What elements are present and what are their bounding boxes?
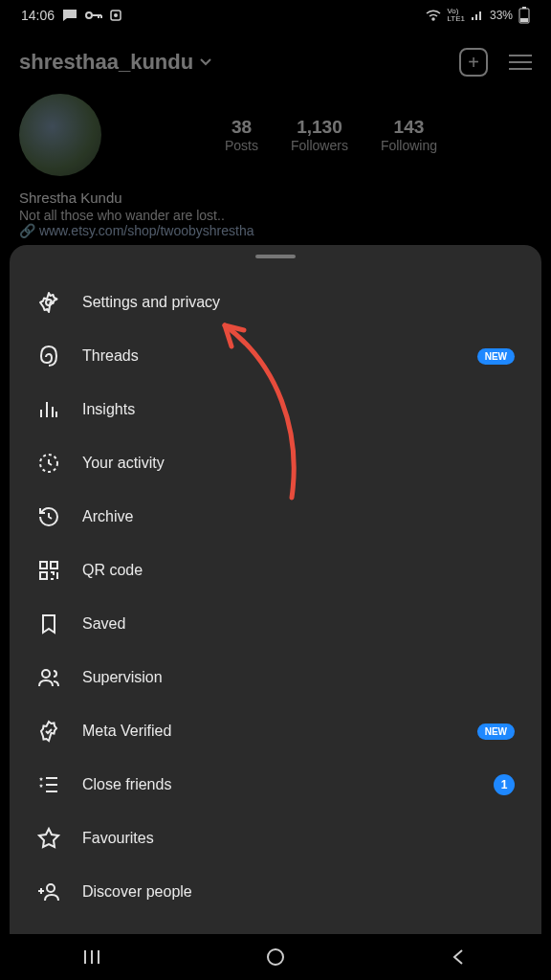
key-icon xyxy=(85,11,102,20)
menu-label: Threads xyxy=(82,347,456,365)
count-badge: 1 xyxy=(494,774,515,795)
svg-rect-4 xyxy=(522,7,526,9)
stat-followers-value: 1,130 xyxy=(291,117,348,138)
gear-icon xyxy=(36,290,61,315)
sheet-grabber[interactable] xyxy=(255,255,296,258)
display-name: Shrestha Kundu xyxy=(19,189,532,206)
menu-threads[interactable]: Threads NEW xyxy=(10,329,541,383)
stat-following[interactable]: 143 Following xyxy=(381,117,437,153)
menu-discover-people[interactable]: Discover people xyxy=(10,865,541,919)
bio-link[interactable]: 🔗 www.etsy.com/shop/twoobyshrestha xyxy=(19,223,532,238)
menu-qr-code[interactable]: QR code xyxy=(10,544,541,597)
chat-icon xyxy=(62,9,77,22)
verified-icon xyxy=(36,719,61,744)
svg-point-12 xyxy=(47,884,55,892)
menu-label: Meta Verified xyxy=(82,723,456,740)
menu-label: Archive xyxy=(82,508,515,525)
menu-your-activity[interactable]: Your activity xyxy=(10,436,541,490)
bookmark-icon xyxy=(36,612,61,636)
menu-insights[interactable]: Insights xyxy=(10,383,541,436)
new-badge: NEW xyxy=(477,724,515,740)
history-icon xyxy=(36,504,61,529)
svg-rect-5 xyxy=(520,18,528,22)
stat-posts[interactable]: 38 Posts xyxy=(225,117,258,153)
clock-dashed-icon xyxy=(36,451,61,476)
menu-label: Close friends xyxy=(82,776,473,793)
qr-icon xyxy=(36,558,61,583)
record-icon xyxy=(110,10,121,21)
people-icon xyxy=(36,665,61,690)
menu-label: Discover people xyxy=(82,883,515,901)
status-bar: 14:06 Vo)LTE1 33% xyxy=(0,0,551,31)
menu-favourites[interactable]: Favourites xyxy=(10,812,541,865)
menu-archive[interactable]: Archive xyxy=(10,490,541,544)
stat-posts-value: 38 xyxy=(225,117,258,138)
menu-label: Favourites xyxy=(82,830,515,847)
username-text: shresthaa_kundu xyxy=(19,50,193,75)
menu-settings-privacy[interactable]: Settings and privacy xyxy=(10,276,541,329)
menu-button[interactable] xyxy=(509,55,532,70)
svg-point-0 xyxy=(86,12,92,18)
android-nav-bar xyxy=(0,934,551,980)
home-button[interactable] xyxy=(265,947,286,968)
stat-posts-label: Posts xyxy=(225,138,258,153)
menu-label: Insights xyxy=(82,401,515,418)
star-icon xyxy=(36,826,61,851)
svg-rect-10 xyxy=(40,572,47,579)
back-button[interactable] xyxy=(450,947,469,967)
svg-rect-9 xyxy=(51,562,57,568)
menu-label: Your activity xyxy=(82,455,515,472)
menu-meta-verified[interactable]: Meta Verified NEW xyxy=(10,704,541,758)
chevron-down-icon xyxy=(199,57,212,67)
signal-icon xyxy=(471,10,484,21)
menu-saved[interactable]: Saved xyxy=(10,597,541,651)
list-star-icon xyxy=(36,772,61,797)
stat-followers-label: Followers xyxy=(291,138,348,153)
stat-following-label: Following xyxy=(381,138,437,153)
stat-following-value: 143 xyxy=(381,117,437,138)
username-dropdown[interactable]: shresthaa_kundu xyxy=(19,50,212,75)
bottom-sheet: Settings and privacy Threads NEW Insight… xyxy=(10,245,541,934)
svg-point-11 xyxy=(42,670,50,678)
menu-label: QR code xyxy=(82,562,515,579)
battery-icon xyxy=(518,7,530,24)
menu-close-friends[interactable]: Close friends 1 xyxy=(10,758,541,812)
bar-chart-icon xyxy=(36,397,61,422)
avatar[interactable] xyxy=(19,94,101,176)
wifi-icon xyxy=(426,10,441,21)
new-badge: NEW xyxy=(477,348,515,365)
menu-label: Saved xyxy=(82,615,515,633)
stat-followers[interactable]: 1,130 Followers xyxy=(291,117,348,153)
menu-label: Settings and privacy xyxy=(82,294,515,311)
menu-label: Supervision xyxy=(82,669,515,686)
svg-point-13 xyxy=(268,949,283,965)
svg-point-2 xyxy=(114,13,118,17)
bio-text: Not all those who wander are lost.. xyxy=(19,208,532,223)
status-time: 14:06 xyxy=(21,8,55,23)
recents-button[interactable] xyxy=(82,947,101,967)
svg-rect-8 xyxy=(40,562,47,568)
add-user-icon xyxy=(36,880,61,904)
create-button[interactable]: + xyxy=(459,48,488,77)
menu-supervision[interactable]: Supervision xyxy=(10,651,541,704)
threads-icon xyxy=(36,344,61,368)
volte-indicator: Vo)LTE1 xyxy=(447,8,465,23)
plus-icon: + xyxy=(468,52,479,74)
battery-percent: 33% xyxy=(490,9,513,22)
